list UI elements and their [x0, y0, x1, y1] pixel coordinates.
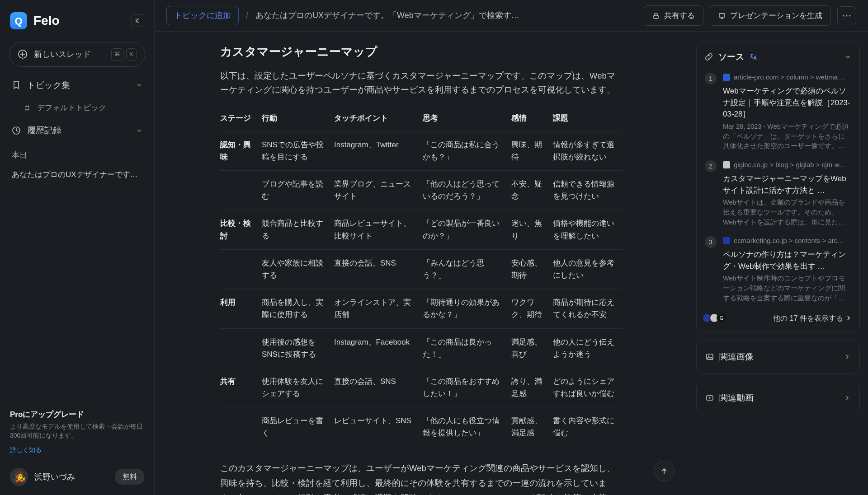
table-cell: 利用 [220, 289, 262, 328]
table-cell [220, 249, 262, 289]
logo-row: Q Felo [5, 7, 149, 39]
table-cell: 「この商品をおすすめしたい！」 [423, 368, 511, 407]
plan-badge: 無料 [115, 469, 144, 485]
main: トピックに追加 / あなたはプロのUXデザイナーです。「Webマーケティング」で… [155, 0, 868, 495]
table-cell: 使用体験を友人にシェアする [262, 368, 334, 407]
breadcrumb-sep: / [246, 9, 248, 22]
table-cell [220, 328, 262, 368]
clock-icon [12, 126, 21, 135]
show-more-sources[interactable]: 他の 17 件を表示する [773, 313, 851, 324]
related-videos-label: 関連動画 [719, 391, 754, 405]
table-cell: 「他の人はどう思っているのだろう？」 [423, 171, 511, 210]
logo[interactable]: Q Felo [10, 11, 60, 31]
link-icon [705, 53, 713, 61]
upgrade-desc: より高度なモデルを使用して検索・会話が毎日300回可能になります。 [10, 422, 144, 440]
table-cell: 競合商品と比較する [262, 210, 334, 249]
chevron-down-icon [844, 53, 851, 61]
table-cell: 商品レビューサイト、比較サイト [334, 210, 423, 249]
table-cell: ブログや記事を読む [262, 171, 334, 210]
table-cell: Instagram、Facebook [334, 328, 423, 368]
share-button[interactable]: 共有する [644, 5, 703, 26]
source-description: Mar 28, 2023 - Webマーケティングで必須の「ペルソナ」は、ターゲ… [723, 122, 851, 151]
generate-presentation-button[interactable]: プレゼンテーションを生成 [710, 5, 831, 26]
table-cell: 誇り、満足感 [511, 368, 553, 407]
table-cell: 共有 [220, 368, 262, 407]
collapse-sidebar-button[interactable] [132, 14, 144, 27]
arrow-up-icon [660, 467, 668, 475]
source-item[interactable]: 1 article-pro.com > column > webma… Webマ… [705, 64, 851, 151]
related-images-card[interactable]: 関連画像 [696, 341, 860, 373]
table-row: 友人や家族に相談する直接の会話、SNS「みんなはどう思う？」安心感、期待他人の意… [220, 249, 623, 289]
scroll-to-top-button[interactable] [654, 461, 675, 481]
favicon-icon [723, 161, 730, 168]
video-icon [706, 394, 714, 402]
bookmark-icon [12, 80, 21, 89]
article-scroll[interactable]: カスタマージャーニーマップ 以下は、設定したユーザーペルソナに基づくカスタマージ… [155, 32, 688, 495]
nav-default-topic[interactable]: デフォルトトピック [5, 97, 149, 118]
lock-icon [652, 12, 660, 19]
new-thread-button[interactable]: 新しいスレッド ⌘ K [9, 42, 145, 67]
table-cell: 商品が期待に応えてくれるか不安 [553, 289, 623, 328]
table-header: 感情 [511, 109, 553, 131]
table-cell: 比較・検討 [220, 210, 262, 249]
more-menu-button[interactable] [837, 6, 856, 25]
image-icon [706, 353, 714, 361]
related-videos-card[interactable]: 関連動画 [696, 382, 860, 414]
kbd-k: K [126, 48, 137, 61]
table-row: 比較・検討競合商品と比較する商品レビューサイト、比較サイト「どの製品が一番良いの… [220, 210, 623, 249]
table-cell: 商品を購入し、実際に使用する [262, 289, 334, 328]
nav-topics-label: トピック集 [27, 79, 70, 92]
table-cell: 不安、疑念 [511, 171, 553, 210]
table-row: ブログや記事を読む業界ブログ、ニュースサイト「他の人はどう思っているのだろう？」… [220, 171, 623, 210]
table-cell: 安心感、期待 [511, 249, 553, 289]
source-title[interactable]: ペルソナの作り方は？マーケティング・Web制作で効果を出す … [723, 249, 851, 272]
table-cell: レビューサイト、SNS [334, 407, 423, 447]
sources-title: ソース [718, 50, 744, 64]
nav-topics[interactable]: トピック集 [5, 73, 149, 98]
translate-icon[interactable] [750, 53, 757, 61]
kbd-cmd: ⌘ [111, 48, 123, 61]
lead-paragraph: 以下は、設定したユーザーペルソナに基づくカスタマージャーニーマップです。このマッ… [220, 69, 623, 97]
table-cell: 価格や機能の違いを理解したい [553, 210, 623, 249]
add-to-topic-button[interactable]: トピックに追加 [166, 6, 239, 25]
table-cell: 使用後の感想をSNSに投稿する [262, 328, 334, 368]
table-header: 行動 [262, 109, 334, 131]
table-cell: 他人の意見を参考にしたい [553, 249, 623, 289]
table-cell: 業界ブログ、ニュースサイト [334, 171, 423, 210]
table-cell: 「期待通りの効果があるかな？」 [423, 289, 511, 328]
table-row: 認知・興味SNSでの広告や投稿を目にするInstagram、Twitter「この… [220, 131, 623, 170]
table-cell: 「この商品は良かった！」 [423, 328, 511, 368]
table-cell: 友人や家族に相談する [262, 249, 334, 289]
table-header: 思考 [423, 109, 511, 131]
favicon-icon [723, 237, 730, 244]
source-number: 2 [705, 160, 717, 172]
source-title[interactable]: Webマーケティングで必須のペルソナ設定｜手順や注意点を解説［2023-03-2… [723, 85, 851, 120]
table-cell: 認知・興味 [220, 131, 262, 170]
nav-history[interactable]: 履歴記録 [5, 118, 149, 143]
table-cell: 信頼できる情報源を見つけたい [553, 171, 623, 210]
user-row[interactable]: 🧑‍🎤 浜野いづみ 無料 [5, 461, 149, 488]
table-cell [220, 407, 262, 447]
sources-panel: ソース 1 article-pro.com > colu [688, 32, 868, 495]
chevron-left-bar-icon [135, 18, 141, 23]
show-more-label: 他の 17 件を表示する [773, 313, 843, 324]
svg-point-4 [843, 15, 844, 16]
table-row: 使用後の感想をSNSに投稿するInstagram、Facebook「この商品は良… [220, 328, 623, 368]
history-item-1[interactable]: あなたはプロのUXデザイナーです… [5, 164, 149, 185]
table-header: 課題 [553, 109, 623, 131]
svg-point-6 [849, 15, 850, 16]
table-cell: 直接の会話、SNS [334, 368, 423, 407]
source-item[interactable]: 2 giginc.co.jp > blog > giglab > cjm-w… … [705, 151, 851, 227]
sources-header[interactable]: ソース [705, 50, 851, 64]
source-title[interactable]: カスタマージャーニーマップをWebサイト設計に活かす方法と … [723, 173, 851, 196]
user-name: 浜野いづみ [34, 471, 75, 484]
svg-point-5 [846, 15, 847, 16]
plus-circle-icon [18, 49, 28, 59]
chevron-down-icon [136, 127, 142, 134]
source-item[interactable]: 3 ecmarketing.co.jp > contents > arc… ペル… [705, 227, 851, 303]
table-cell: どのようにシェアすれば良いか悩む [553, 368, 623, 407]
dots-icon [843, 15, 851, 17]
chevron-right-icon [846, 315, 851, 321]
upgrade-link[interactable]: 詳しく知る [10, 446, 42, 453]
table-cell: 他の人にどう伝えようか迷う [553, 328, 623, 368]
